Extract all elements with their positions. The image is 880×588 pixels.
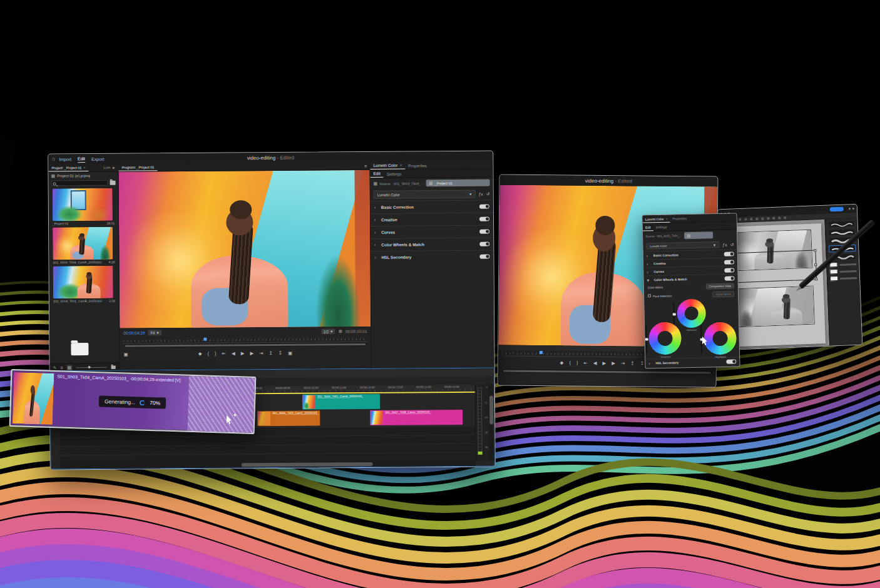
go-to-in-icon[interactable]: ⇤ xyxy=(583,361,587,366)
project-item[interactable]: S01_Sh04_Tk01_CamB_20250103…2:28 xyxy=(49,265,118,304)
preset-dropdown[interactable]: Lumetri Color▾ xyxy=(374,190,476,199)
settings-icon[interactable]: ▣ xyxy=(123,352,128,357)
thumbnail-zoom-slider[interactable] xyxy=(76,367,106,368)
tab-edit[interactable]: Edit xyxy=(370,170,383,178)
transform-handle[interactable] xyxy=(814,249,816,251)
section-curves[interactable]: › Curves xyxy=(371,225,493,238)
section-toggle[interactable] xyxy=(724,251,734,256)
marker-icon[interactable]: ◆ xyxy=(560,361,564,366)
preset-dropdown[interactable]: Lumetri Color▾ xyxy=(646,241,719,249)
layer-row[interactable] xyxy=(830,268,857,275)
step-back-icon[interactable]: ◀ xyxy=(232,352,235,357)
tab-program[interactable]: Program: _Project 01 xyxy=(118,163,157,171)
project-item[interactable]: _Project 0118:01 xyxy=(49,187,118,226)
go-to-out-icon[interactable]: ⇥ xyxy=(621,361,625,366)
midtones-wheel[interactable]: Midtones xyxy=(677,299,706,328)
brush-preset[interactable] xyxy=(828,220,855,228)
playhead[interactable] xyxy=(540,351,543,354)
marker-icon[interactable]: ◆ xyxy=(198,352,202,357)
generative-extend-clip[interactable]: S01_Sh03_Tk04_CamA_20250103_ -00;00;04;2… xyxy=(9,369,257,434)
storyboard-frame-2[interactable] xyxy=(732,286,815,328)
layer-row[interactable] xyxy=(830,275,857,281)
playhead[interactable] xyxy=(204,338,207,341)
playback-resolution-dropdown[interactable]: 1/2▾ xyxy=(321,328,335,334)
search-input[interactable] xyxy=(51,180,108,186)
layer-row[interactable] xyxy=(829,261,856,268)
mark-out-icon[interactable]: } xyxy=(215,352,217,357)
new-bin-button[interactable] xyxy=(111,365,116,369)
tab-lumetri-color[interactable]: Lumetri Color× xyxy=(642,215,670,223)
panel-menu-icon[interactable]: ≡ xyxy=(112,165,115,170)
section-color-wheels[interactable]: › Color Wheels & Match xyxy=(371,238,493,251)
transform-selection[interactable] xyxy=(727,250,817,283)
section-toggle[interactable] xyxy=(479,230,489,234)
go-to-out-icon[interactable]: ⇥ xyxy=(259,351,263,356)
fx-icon[interactable]: ƒx xyxy=(722,242,727,246)
target-clip-chip[interactable]: ▦ _Project 01 xyxy=(426,180,490,187)
step-forward-icon[interactable]: ▶ xyxy=(611,361,615,366)
section-toggle[interactable] xyxy=(479,205,489,209)
close-icon[interactable]: × xyxy=(83,166,85,170)
section-toggle[interactable] xyxy=(724,260,734,264)
timeline-clip-v1-b[interactable]: S01_Sh07_Tk08_CamA_20250103_ xyxy=(370,410,463,425)
step-back-icon[interactable]: ◀ xyxy=(593,361,597,366)
mark-in-icon[interactable]: { xyxy=(208,352,210,357)
section-toggle[interactable] xyxy=(479,255,489,259)
timeline-clip-v2[interactable]: S01_Sh04_Tk01_CamB_20250103_ xyxy=(302,394,380,410)
close-icon[interactable]: × xyxy=(399,163,402,168)
list-view-icon[interactable]: ≡ xyxy=(60,365,63,370)
section-basic-correction[interactable]: › Basic Correction xyxy=(371,200,493,213)
tab-lumetri-docked[interactable]: Lum≡ xyxy=(101,164,118,171)
project-item[interactable]: S01_Sh03_Tk04_CamA_20250103…4:28 xyxy=(49,226,118,265)
bin-folder-icon[interactable] xyxy=(71,343,88,355)
audio-tracks[interactable] xyxy=(59,426,475,464)
mark-out-icon[interactable]: } xyxy=(576,361,578,366)
tab-settings[interactable]: Settings xyxy=(653,223,669,231)
reset-icon[interactable]: ↺ xyxy=(486,192,490,196)
tab-properties[interactable]: Properties xyxy=(405,161,430,169)
tab-settings[interactable]: Settings xyxy=(384,170,405,178)
highlights-wheel[interactable]: Highlights xyxy=(703,322,737,355)
grid-view-icon[interactable]: ▦ xyxy=(67,365,73,370)
play-icon[interactable]: ▶ xyxy=(602,361,606,366)
panel-menu-icon[interactable]: ≡ xyxy=(364,163,367,168)
apply-match-button[interactable]: Apply Match xyxy=(712,291,734,298)
transform-handle[interactable] xyxy=(815,278,817,280)
extract-icon[interactable]: ↧ xyxy=(279,351,282,356)
reset-icon[interactable]: ↺ xyxy=(730,242,734,246)
tab-edit[interactable]: Edit xyxy=(643,223,653,231)
transform-handle[interactable] xyxy=(814,263,817,266)
go-to-in-icon[interactable]: ⇤ xyxy=(222,352,226,357)
lift-icon[interactable]: ↥ xyxy=(269,351,272,356)
brush-preset[interactable] xyxy=(828,228,855,236)
face-detection-checkbox[interactable] xyxy=(648,294,651,297)
section-toggle[interactable] xyxy=(724,268,734,272)
project-file-row[interactable]: ▦ Project 01 (e).prproj xyxy=(48,172,118,180)
export-frame-icon[interactable]: ▣ xyxy=(288,351,292,356)
section-hsl-secondary[interactable]: › HSL Secondary xyxy=(371,250,493,263)
share-button[interactable] xyxy=(830,207,844,212)
play-icon[interactable]: ▶ xyxy=(241,352,245,357)
section-creative[interactable]: › Creative xyxy=(371,213,493,226)
shadows-slider[interactable] xyxy=(645,325,647,353)
settings-wrench-icon[interactable]: ⚙ xyxy=(339,329,342,333)
extract-icon[interactable]: ↧ xyxy=(640,362,644,367)
section-toggle[interactable] xyxy=(479,217,489,221)
window-controls[interactable] xyxy=(849,208,854,210)
section-toggle[interactable] xyxy=(725,276,735,280)
timeline-clip-v1-a[interactable]: S01_Sh05_Tk03_CamC_20250103_ xyxy=(257,410,320,426)
fit-dropdown[interactable]: Fit▾ xyxy=(148,330,161,335)
fx-icon[interactable]: ƒx xyxy=(478,192,483,196)
close-icon[interactable]: × xyxy=(666,216,668,220)
tab-lumetri-color[interactable]: Lumetri Color× xyxy=(370,162,405,170)
section-toggle[interactable] xyxy=(479,242,489,246)
new-bin-icon[interactable] xyxy=(110,181,116,185)
shadows-wheel[interactable]: Shadows xyxy=(648,322,682,355)
pen-tool-icon[interactable]: ✎ xyxy=(53,365,57,370)
section-toggle[interactable] xyxy=(726,359,736,363)
target-clip-chip[interactable]: ▦ xyxy=(684,231,713,239)
lift-icon[interactable]: ↥ xyxy=(630,362,634,367)
timeline-vertical-scrollbar[interactable] xyxy=(489,385,494,461)
comparison-view-button[interactable]: Comparison View xyxy=(706,283,734,290)
mark-in-icon[interactable]: { xyxy=(569,361,571,366)
